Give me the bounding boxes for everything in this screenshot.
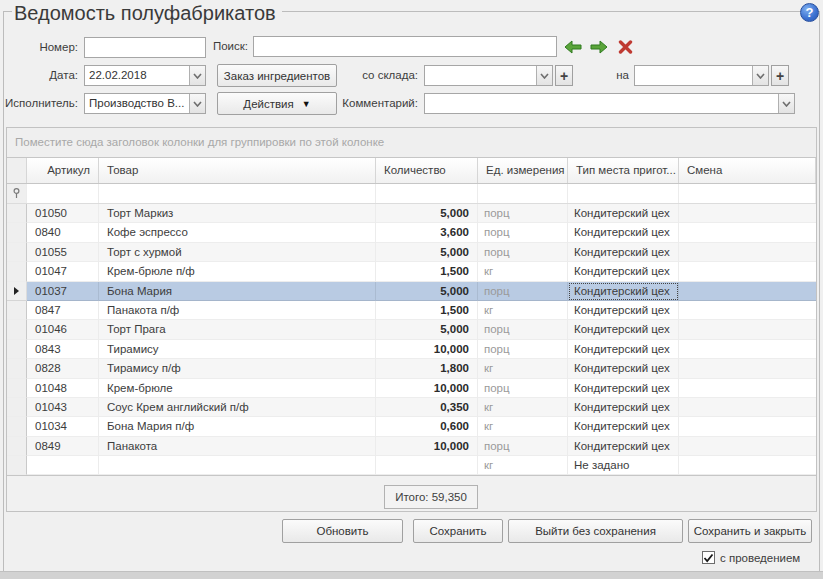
save-and-close-button[interactable]: Сохранить и закрыть [688, 519, 812, 543]
column-header-unit[interactable]: Ед. измерения [478, 158, 568, 183]
cell-place-type[interactable]: Кондитерский цех [568, 204, 679, 223]
cell-quantity[interactable]: 1,800 [376, 359, 478, 378]
chevron-down-icon[interactable] [778, 94, 794, 113]
cell-place-type[interactable]: Кондитерский цех [568, 282, 679, 301]
cell-quantity[interactable]: 5,000 [376, 204, 478, 223]
table-row[interactable]: 01037Бона Мария5,000порцКондитерский цех [7, 282, 816, 301]
column-header-place-type[interactable]: Тип места пригот... [568, 158, 679, 183]
cell-shift[interactable] [679, 243, 816, 262]
number-input[interactable] [84, 37, 206, 58]
cell-place-type[interactable]: Кондитерский цех [568, 262, 679, 281]
cell-shift[interactable] [679, 301, 816, 320]
cell-product[interactable]: Панакота [99, 437, 376, 456]
cell-product[interactable]: Крем-брюле п/ф [99, 262, 376, 281]
from-store-select[interactable] [424, 65, 553, 86]
cell-article[interactable]: 0849 [27, 437, 99, 456]
table-row[interactable]: 01047Крем-брюле п/ф1,500кгКондитерский ц… [7, 262, 816, 281]
chevron-down-icon[interactable] [189, 94, 205, 113]
cell-place-type[interactable]: Кондитерский цех [568, 417, 679, 436]
cell-shift[interactable] [679, 282, 816, 301]
date-picker[interactable]: 22.02.2018 [84, 65, 206, 86]
cell-quantity[interactable]: 5,000 [376, 243, 478, 262]
cell-quantity[interactable]: 3,600 [376, 223, 478, 242]
chevron-down-icon[interactable] [752, 66, 768, 85]
cell-quantity[interactable]: 10,000 [376, 340, 478, 359]
order-ingredients-button[interactable]: Заказ ингредиентов [217, 64, 337, 87]
add-to-store-button[interactable]: + [771, 65, 789, 86]
cell-article[interactable]: 0840 [27, 223, 99, 242]
help-icon[interactable]: ? [800, 3, 819, 22]
cell-article[interactable]: 01048 [27, 379, 99, 398]
cell-product[interactable]: Бона Мария [99, 282, 376, 301]
cell-unit[interactable]: порц [478, 437, 568, 456]
filter-cell-article[interactable] [27, 184, 99, 203]
cell-unit[interactable]: порц [478, 243, 568, 262]
column-header-shift[interactable]: Смена [679, 158, 816, 183]
cell-product[interactable]: Бона Мария п/ф [99, 417, 376, 436]
cell-article[interactable]: 0843 [27, 340, 99, 359]
table-row[interactable]: 01055Торт с хурмой5,000порцКондитерский … [7, 243, 816, 262]
cell-shift[interactable] [679, 437, 816, 456]
search-prev-arrow-icon[interactable] [563, 38, 583, 55]
cell-quantity[interactable]: 5,000 [376, 282, 478, 301]
cell-article[interactable] [27, 456, 99, 475]
cell-unit[interactable]: порц [478, 340, 568, 359]
cell-product[interactable]: Торт Маркиз [99, 204, 376, 223]
table-row[interactable]: 01048Крем-брюле10,000порцКондитерский це… [7, 379, 816, 398]
cell-product[interactable]: Тирамису [99, 340, 376, 359]
cell-unit[interactable]: порц [478, 282, 568, 301]
cell-place-type[interactable]: Не задано [568, 456, 679, 475]
cell-shift[interactable] [679, 340, 816, 359]
cell-article[interactable]: 01047 [27, 262, 99, 281]
comment-select[interactable] [424, 93, 795, 114]
cell-quantity[interactable]: 0,350 [376, 398, 478, 417]
cell-unit[interactable]: кг [478, 301, 568, 320]
cell-shift[interactable] [679, 320, 816, 339]
table-row[interactable]: 01034Бона Мария п/ф0,600кгКондитерский ц… [7, 417, 816, 436]
cell-article[interactable]: 01034 [27, 417, 99, 436]
cell-shift[interactable] [679, 379, 816, 398]
cell-place-type[interactable]: Кондитерский цех [568, 340, 679, 359]
cell-article[interactable]: 01050 [27, 204, 99, 223]
cell-quantity[interactable]: 1,500 [376, 301, 478, 320]
cell-product[interactable]: Соус Крем английский п/ф [99, 398, 376, 417]
cell-unit[interactable]: порц [478, 223, 568, 242]
cell-article[interactable]: 01043 [27, 398, 99, 417]
cell-quantity[interactable]: 1,500 [376, 262, 478, 281]
cell-unit[interactable]: кг [478, 359, 568, 378]
cell-place-type[interactable]: Кондитерский цех [568, 437, 679, 456]
cell-unit[interactable]: порц [478, 204, 568, 223]
executor-select[interactable]: Производство В... [84, 93, 206, 114]
cell-place-type[interactable]: Кондитерский цех [568, 379, 679, 398]
cell-quantity[interactable]: 10,000 [376, 437, 478, 456]
table-row[interactable]: 0847Панакота п/ф1,500кгКондитерский цех [7, 301, 816, 320]
column-header-quantity[interactable]: Количество [376, 158, 478, 183]
cell-place-type[interactable]: Кондитерский цех [568, 320, 679, 339]
exit-without-saving-button[interactable]: Выйти без сохранения [508, 519, 683, 543]
table-row[interactable]: 01050Торт Маркиз5,000порцКондитерский це… [7, 204, 816, 223]
table-row[interactable]: 0840Кофе эспрессо3,600порцКондитерский ц… [7, 223, 816, 242]
filter-cell-place-type[interactable] [568, 184, 679, 203]
cell-product[interactable]: Тирамису п/ф [99, 359, 376, 378]
group-by-panel[interactable]: Поместите сюда заголовок колонки для гру… [7, 128, 816, 158]
cell-unit[interactable]: кг [478, 456, 568, 475]
clear-search-icon[interactable] [615, 38, 635, 55]
cell-shift[interactable] [679, 398, 816, 417]
cell-unit[interactable]: порц [478, 379, 568, 398]
cell-shift[interactable] [679, 359, 816, 378]
to-store-select[interactable] [634, 65, 769, 86]
cell-place-type[interactable]: Кондитерский цех [568, 359, 679, 378]
cell-place-type[interactable]: Кондитерский цех [568, 398, 679, 417]
column-header-article[interactable]: Артикул [27, 158, 99, 183]
cell-product[interactable]: Торт с хурмой [99, 243, 376, 262]
cell-quantity[interactable]: 5,000 [376, 320, 478, 339]
table-row[interactable]: 0843Тирамису10,000порцКондитерский цех [7, 340, 816, 359]
chevron-down-icon[interactable] [189, 66, 205, 85]
filter-cell-shift[interactable] [679, 184, 816, 203]
chevron-down-icon[interactable] [536, 66, 552, 85]
table-row[interactable]: 01046Торт Прага5,000порцКондитерский цех [7, 320, 816, 339]
cell-place-type[interactable]: Кондитерский цех [568, 243, 679, 262]
cell-unit[interactable]: кг [478, 417, 568, 436]
table-row[interactable]: кгНе задано [7, 456, 816, 475]
cell-article[interactable]: 01037 [27, 282, 99, 301]
